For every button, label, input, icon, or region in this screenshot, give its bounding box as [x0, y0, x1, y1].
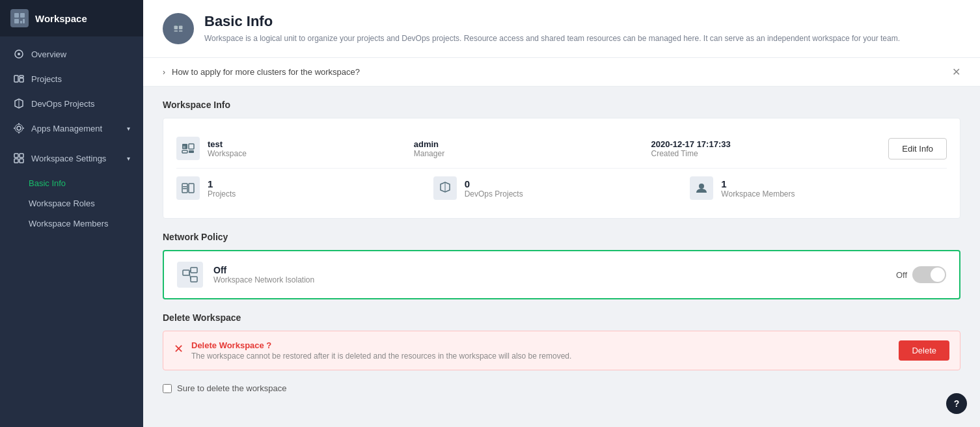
svg-rect-43 [191, 277, 197, 282]
svg-rect-1 [20, 13, 25, 18]
page-title: Basic Info [204, 13, 900, 30]
apps-icon [13, 122, 25, 134]
delete-warning-card: ✕ Delete Workspace ? The workspace canno… [163, 331, 960, 370]
workspace-manager-content: admin Manager [414, 139, 444, 158]
svg-rect-2 [14, 19, 19, 23]
delete-confirm-label: Sure to delete the workspace [177, 383, 286, 393]
delete-button[interactable]: Delete [899, 340, 949, 361]
svg-rect-30 [182, 150, 187, 153]
network-toggle-container: Off [896, 266, 946, 283]
svg-point-12 [17, 126, 21, 130]
sidebar-item-label-overview: Overview [31, 49, 66, 59]
svg-rect-37 [183, 188, 187, 189]
banner-text: How to apply for more clusters for the w… [172, 67, 360, 77]
workspace-manager-cell: admin Manager [414, 139, 651, 158]
workspace-manager-label: Manager [414, 149, 444, 158]
svg-rect-31 [189, 150, 194, 153]
svg-rect-25 [174, 31, 178, 32]
network-status-value: Off [213, 265, 314, 275]
svg-rect-33 [184, 147, 185, 148]
sidebar-item-label-devops: DevOps Projects [31, 99, 95, 109]
projects-label: Projects [208, 189, 236, 199]
apps-arrow-icon: ▾ [127, 125, 130, 132]
svg-rect-26 [179, 31, 183, 32]
svg-rect-18 [14, 154, 18, 158]
workspace-name-cell: test Workspace [176, 137, 414, 160]
chevron-right-icon[interactable]: › [163, 68, 165, 77]
svg-line-45 [189, 273, 191, 279]
sidebar-nav: Overview Projects DevOps Projects [0, 36, 143, 427]
delete-warning-title: Delete Workspace ? [191, 340, 571, 350]
network-policy-card: Off Workspace Network Isolation Off [163, 250, 960, 299]
delete-warning-text: Delete Workspace ? The workspace cannot … [191, 340, 571, 361]
sidebar-item-projects[interactable]: Projects [0, 66, 143, 91]
delete-confirm-row: Sure to delete the workspace [163, 378, 960, 398]
members-label: Workspace Members [721, 189, 795, 199]
help-button[interactable]: ? [946, 393, 967, 414]
sidebar-item-workspace-roles[interactable]: Workspace Roles [0, 193, 143, 214]
workspace-settings-arrow-icon: ▾ [127, 155, 130, 162]
edit-info-button[interactable]: Edit Info [888, 138, 947, 159]
workspace-created-value: 2020-12-17 17:17:33 [651, 139, 731, 149]
projects-count: 1 [208, 178, 236, 189]
svg-rect-35 [189, 184, 194, 193]
svg-rect-36 [183, 186, 187, 187]
devops-stat-content: 0 DevOps Projects [465, 178, 523, 199]
workspace-created-content: 2020-12-17 17:17:33 Created Time [651, 139, 731, 158]
svg-rect-29 [189, 144, 194, 149]
toggle-off-label: Off [896, 270, 907, 280]
svg-rect-4 [23, 19, 25, 23]
banner-close-button[interactable]: ✕ [952, 66, 960, 78]
sidebar-item-apps[interactable]: Apps Management ▾ [0, 116, 143, 141]
sidebar-item-workspace-members[interactable]: Workspace Members [0, 214, 143, 234]
svg-point-13 [15, 124, 23, 132]
workspace-created-cell: 2020-12-17 17:17:33 Created Time [651, 139, 889, 158]
network-policy-title: Network Policy [163, 232, 960, 242]
sidebar-item-overview[interactable]: Overview [0, 42, 143, 66]
info-banner: › How to apply for more clusters for the… [143, 58, 980, 87]
page-header-icon [163, 13, 194, 44]
svg-point-22 [170, 21, 186, 36]
workspace-info-card: test Workspace admin Manager 2020-12-17 … [163, 118, 960, 219]
workspace-name-value: test [208, 139, 247, 149]
delete-workspace-title: Delete Workspace [163, 312, 960, 323]
sidebar-item-label-workspace-roles: Workspace Roles [29, 199, 95, 208]
page-description: Workspace is a logical unit to organize … [204, 33, 900, 44]
workspace-created-label: Created Time [651, 149, 731, 158]
svg-rect-27 [176, 23, 178, 26]
projects-icon [13, 73, 25, 85]
page-header: Basic Info Workspace is a logical unit t… [143, 0, 980, 58]
sidebar: Workspace Overview Projects [0, 0, 143, 427]
svg-rect-42 [191, 268, 197, 273]
svg-rect-3 [20, 21, 22, 23]
svg-point-6 [18, 53, 20, 55]
network-isolation-toggle[interactable] [912, 266, 946, 283]
sidebar-item-devops[interactable]: DevOps Projects [0, 91, 143, 116]
sidebar-item-workspace-settings[interactable]: Workspace Settings ▾ [0, 146, 143, 171]
sidebar-workspace-title: Workspace [35, 13, 87, 24]
projects-stat-content: 1 Projects [208, 178, 236, 199]
projects-stat-icon [176, 176, 200, 200]
sidebar-item-basic-info[interactable]: Basic Info [0, 173, 143, 193]
overview-icon [13, 48, 25, 60]
sidebar-item-label-workspace-settings: Workspace Settings [31, 154, 106, 163]
delete-confirm-checkbox[interactable] [163, 384, 172, 393]
svg-rect-8 [20, 78, 23, 82]
devops-label: DevOps Projects [465, 189, 523, 199]
toggle-knob [931, 268, 945, 282]
svg-rect-23 [174, 25, 178, 29]
workspace-info-title: Workspace Info [163, 100, 960, 110]
sidebar-header: Workspace [0, 0, 143, 36]
devops-stat-cell: 0 DevOps Projects [433, 176, 690, 200]
delete-warning-icon: ✕ [174, 342, 184, 356]
workspace-logo-icon [10, 9, 29, 27]
svg-rect-20 [14, 159, 18, 163]
devops-stat-icon [433, 176, 457, 200]
members-count: 1 [721, 178, 795, 189]
devops-count: 0 [465, 178, 523, 189]
svg-rect-41 [183, 270, 189, 275]
network-policy-text: Off Workspace Network Isolation [213, 265, 314, 284]
devops-icon [13, 98, 25, 109]
network-policy-desc: Workspace Network Isolation [213, 275, 314, 284]
sidebar-item-label-basic-info: Basic Info [29, 178, 66, 188]
